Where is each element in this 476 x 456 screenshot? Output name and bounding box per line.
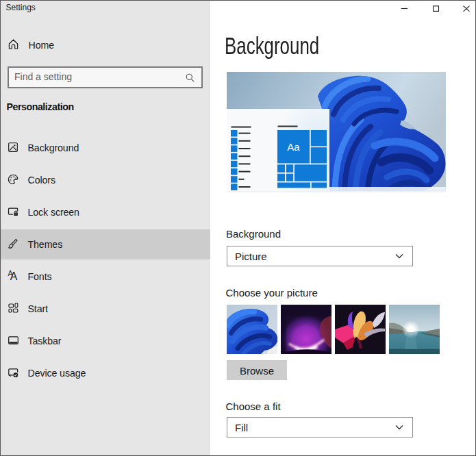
svg-text:Aa: Aa — [287, 141, 300, 153]
svg-text:A: A — [10, 270, 18, 282]
